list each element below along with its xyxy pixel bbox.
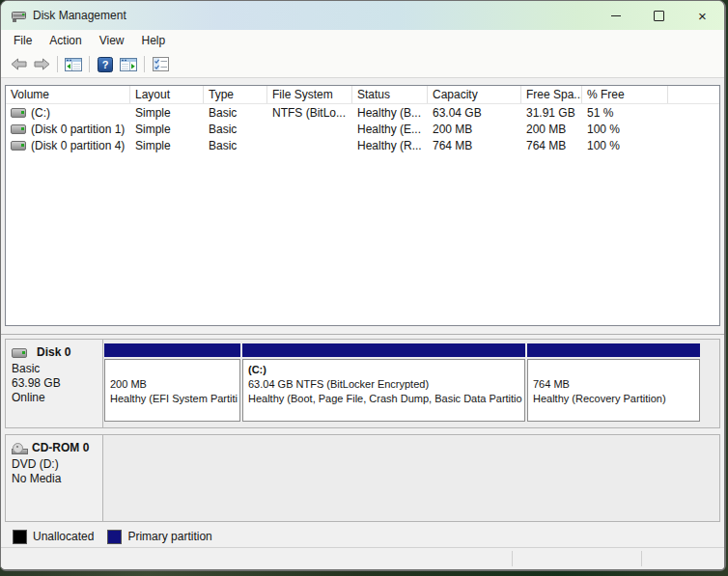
close-button[interactable]: × <box>681 1 724 30</box>
partition-efi-body[interactable]: 200 MB Healthy (EFI System Partition) <box>104 359 240 422</box>
status-bar <box>1 547 724 569</box>
column-header-status[interactable]: Status <box>352 86 428 103</box>
minimize-button[interactable] <box>594 1 637 30</box>
unallocated-swatch <box>13 530 27 544</box>
disk0-info-panel[interactable]: Disk 0 Basic 63.98 GB Online <box>6 340 103 427</box>
menu-view[interactable]: View <box>91 32 133 49</box>
volume-layout: Simple <box>130 106 204 120</box>
disk-management-icon <box>11 8 27 24</box>
partition-color-bar <box>527 343 700 357</box>
volume-percent-free: 100 % <box>582 123 668 136</box>
partition-name <box>533 363 697 377</box>
partition-size: 764 MB <box>533 377 697 392</box>
volume-type: Basic <box>204 106 267 120</box>
graphical-view: Disk 0 Basic 63.98 GB Online 200 MB H <box>1 335 724 547</box>
partition-color-bar <box>104 343 240 357</box>
menu-action[interactable]: Action <box>41 32 90 49</box>
menubar: File Action View Help <box>1 30 724 51</box>
partition-size: 200 MB <box>110 377 238 392</box>
back-arrow-icon <box>11 58 27 70</box>
cdrom0-row: CD-ROM 0 DVD (D:) No Media <box>5 434 720 522</box>
partition-size: 63.04 GB NTFS (BitLocker Encrypted) <box>248 377 522 392</box>
forward-arrow-icon <box>34 58 50 70</box>
volume-list: Volume Layout Type File System Status Ca… <box>5 85 720 326</box>
show-console-tree-button[interactable] <box>62 54 85 75</box>
help-button[interactable]: ? <box>94 54 117 75</box>
volume-icon <box>11 141 26 151</box>
partition-recovery-body[interactable]: 764 MB Healthy (Recovery Partition) <box>527 359 700 422</box>
volume-row-c[interactable]: (C:) Simple Basic NTFS (BitLo... Healthy… <box>6 104 719 121</box>
menu-file[interactable]: File <box>5 32 41 49</box>
partition-color-bar <box>242 343 525 357</box>
legend-unallocated: Unallocated <box>13 530 94 544</box>
volume-status: Healthy (B... <box>352 106 428 120</box>
partition-status: Healthy (EFI System Partition) <box>110 392 238 406</box>
partition-name: (C:) <box>248 363 522 377</box>
back-button[interactable] <box>7 54 30 75</box>
properties-list-button[interactable] <box>149 54 172 75</box>
column-header-type[interactable]: Type <box>204 86 267 103</box>
disk0-status: Online <box>12 391 98 405</box>
help-icon: ? <box>98 57 113 72</box>
toolbar: ? <box>1 51 724 78</box>
volume-name: (Disk 0 partition 1) <box>31 123 125 136</box>
status-bar-divider <box>641 551 642 566</box>
disk0-partition-area: 200 MB Healthy (EFI System Partition) (C… <box>103 340 719 427</box>
volume-percent-free: 100 % <box>582 139 668 152</box>
disk0-name: Disk 0 <box>37 345 70 360</box>
volume-free-space: 764 MB <box>521 139 582 152</box>
desktop: Disk Management × File Action View Help <box>0 0 728 576</box>
volume-type: Basic <box>204 123 267 136</box>
partition-name <box>110 363 238 377</box>
cdrom0-media-status: No Media <box>12 472 98 486</box>
volume-layout: Simple <box>130 123 204 136</box>
volume-list-header: Volume Layout Type File System Status Ca… <box>6 86 719 104</box>
legend: Unallocated Primary partition <box>13 528 720 545</box>
menu-help[interactable]: Help <box>133 32 175 49</box>
content-area: Volume Layout Type File System Status Ca… <box>1 78 724 547</box>
status-bar-divider <box>512 551 513 566</box>
column-header-capacity[interactable]: Capacity <box>428 86 521 103</box>
titlebar[interactable]: Disk Management × <box>1 1 724 30</box>
volume-name: (Disk 0 partition 4) <box>31 139 125 152</box>
volume-percent-free: 51 % <box>582 106 668 120</box>
volume-layout: Simple <box>130 139 204 152</box>
disk-management-window: Disk Management × File Action View Help <box>0 0 726 571</box>
partition-recovery[interactable]: 764 MB Healthy (Recovery Partition) <box>527 343 700 422</box>
toolbar-separator <box>57 56 58 72</box>
partition-status: Healthy (Recovery Partition) <box>533 392 697 406</box>
volume-capacity: 63.04 GB <box>428 106 521 120</box>
volume-row-partition1[interactable]: (Disk 0 partition 1) Simple Basic Health… <box>6 121 719 137</box>
show-action-pane-button[interactable] <box>117 54 140 75</box>
partition-c[interactable]: (C:) 63.04 GB NTFS (BitLocker Encrypted)… <box>242 343 525 422</box>
svg-text:?: ? <box>102 59 109 70</box>
volume-status: Healthy (E... <box>352 123 428 136</box>
volume-capacity: 764 MB <box>428 139 521 152</box>
column-header-layout[interactable]: Layout <box>130 86 204 103</box>
primary-partition-swatch <box>107 530 122 544</box>
cdrom0-empty-area[interactable] <box>103 435 719 521</box>
volume-file-system: NTFS (BitLo... <box>267 106 352 120</box>
partition-c-body[interactable]: (C:) 63.04 GB NTFS (BitLocker Encrypted)… <box>242 359 525 422</box>
column-header-volume[interactable]: Volume <box>6 86 130 103</box>
disk0-type: Basic <box>12 362 98 376</box>
partition-efi[interactable]: 200 MB Healthy (EFI System Partition) <box>104 343 240 422</box>
maximize-icon <box>654 11 664 21</box>
volume-icon <box>11 124 26 134</box>
volume-row-partition4[interactable]: (Disk 0 partition 4) Simple Basic Health… <box>6 137 719 153</box>
minimize-icon <box>611 15 621 16</box>
action-pane-icon <box>120 58 137 71</box>
column-header-free-space[interactable]: Free Spa... <box>521 86 582 103</box>
cdrom0-info-panel[interactable]: CD-ROM 0 DVD (D:) No Media <box>6 435 103 521</box>
disk-icon <box>12 348 27 358</box>
pane-splitter[interactable] <box>1 326 724 335</box>
checklist-icon <box>153 57 169 71</box>
column-header-percent-free[interactable]: % Free <box>582 86 668 103</box>
forward-button[interactable] <box>30 54 53 75</box>
toolbar-separator <box>144 56 145 72</box>
column-header-file-system[interactable]: File System <box>267 86 352 103</box>
partition-status: Healthy (Boot, Page File, Crash Dump, Ba… <box>248 392 522 406</box>
volume-free-space: 200 MB <box>521 123 582 136</box>
volume-status: Healthy (R... <box>352 139 428 152</box>
maximize-button[interactable] <box>637 1 681 30</box>
